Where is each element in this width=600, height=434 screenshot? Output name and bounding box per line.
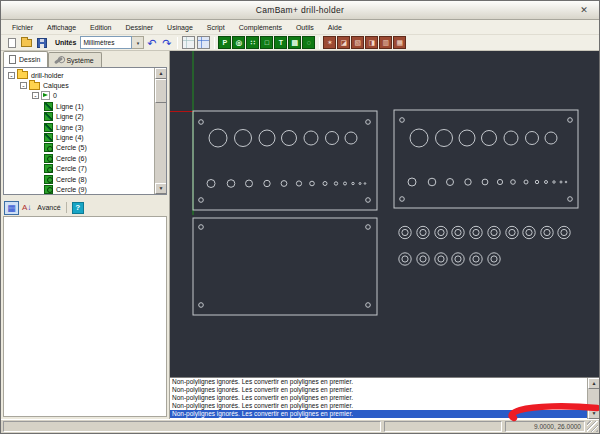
machining-op-3-icon[interactable]: ▧ <box>351 36 364 49</box>
menu-item-fichier[interactable]: Fichier <box>5 22 40 33</box>
tree-item-ligne-4-[interactable]: Ligne (4) <box>4 132 166 142</box>
washer-outer[interactable] <box>506 226 518 238</box>
categorized-view-button[interactable]: ▦ <box>4 201 19 215</box>
save-file-button[interactable] <box>34 36 49 50</box>
menu-item-aide[interactable]: Aide <box>321 22 349 33</box>
drill-hole-large[interactable] <box>410 129 428 147</box>
undo-button[interactable]: ↶ <box>144 36 159 50</box>
machining-op-5-icon[interactable]: ▥ <box>379 36 392 49</box>
tree-item-cercle-9-[interactable]: Cercle (9) <box>4 184 166 194</box>
log-line[interactable]: Non-polylignes ignorés. Les convertir en… <box>170 378 587 386</box>
washer-inner[interactable] <box>491 229 497 235</box>
machining-op-2-icon[interactable]: ◪ <box>337 36 350 49</box>
menu-item-dessiner[interactable]: Dessiner <box>118 22 160 33</box>
tree-item-cercle-6-[interactable]: Cercle (6) <box>4 153 166 163</box>
corner-hole[interactable] <box>199 120 204 125</box>
drill-hole-small[interactable] <box>364 183 366 185</box>
circle-icon[interactable]: ◎ <box>232 36 245 49</box>
tree-item-calques[interactable]: -Calques <box>4 80 166 90</box>
tab-dessin[interactable]: Dessin <box>3 51 48 67</box>
tree-item-0[interactable]: -0 <box>4 91 166 101</box>
washer-inner[interactable] <box>561 229 567 235</box>
drill-hole-small[interactable] <box>428 178 436 186</box>
drill-hole-small[interactable] <box>310 181 315 186</box>
drill-hole-large[interactable] <box>304 131 318 145</box>
washer-inner[interactable] <box>402 229 408 235</box>
washer-inner[interactable] <box>420 229 426 235</box>
grid-display-button[interactable] <box>196 36 211 50</box>
drill-hole-small[interactable] <box>207 180 215 188</box>
drill-hole-large[interactable] <box>259 130 275 146</box>
washer-inner[interactable] <box>438 229 444 235</box>
scroll-up-icon[interactable]: ▲ <box>155 68 167 79</box>
washer-outer[interactable] <box>541 226 553 238</box>
machining-op-6-icon[interactable]: ▦ <box>393 36 406 49</box>
close-icon[interactable]: ✕ <box>578 4 590 16</box>
washer-outer[interactable] <box>435 226 447 238</box>
drill-hole-large[interactable] <box>345 132 357 144</box>
washer-outer[interactable] <box>470 253 482 265</box>
drill-hole-large[interactable] <box>526 132 539 145</box>
washer-outer[interactable] <box>470 226 482 238</box>
machining-op-1-icon[interactable]: ✶ <box>323 36 336 49</box>
corner-hole[interactable] <box>366 303 371 308</box>
scroll-thumb[interactable] <box>155 79 167 103</box>
point-list-icon[interactable]: ∷ <box>246 36 259 49</box>
drill-hole-small[interactable] <box>535 180 538 183</box>
washer-inner[interactable] <box>420 256 426 262</box>
drill-hole-small[interactable] <box>334 182 337 185</box>
corner-hole[interactable] <box>366 225 371 230</box>
drill-hole-small[interactable] <box>497 179 502 184</box>
collapse-icon[interactable]: - <box>8 72 15 79</box>
drill-hole-large[interactable] <box>436 130 453 147</box>
tree-item-ligne-1-[interactable]: Ligne (1) <box>4 101 166 111</box>
corner-hole[interactable] <box>366 120 371 125</box>
drill-hole-small[interactable] <box>482 179 488 185</box>
drill-hole-small[interactable] <box>565 181 567 183</box>
grid-snap-button[interactable] <box>181 36 196 50</box>
washer-inner[interactable] <box>544 229 550 235</box>
tree-scrollbar[interactable]: ▲ ▼ <box>154 68 166 194</box>
menu-item-compléments[interactable]: Compléments <box>232 22 289 33</box>
corner-hole[interactable] <box>366 198 371 203</box>
drill-hole-small[interactable] <box>359 183 361 185</box>
log-line[interactable]: Non-polylignes ignorés. Les convertir en… <box>170 410 587 418</box>
menu-item-edition[interactable]: Edition <box>83 22 118 33</box>
washer-outer[interactable] <box>488 253 500 265</box>
scroll-down-icon[interactable]: ▼ <box>588 408 599 419</box>
log-line[interactable]: Non-polylignes ignorés. Les convertir en… <box>170 402 587 410</box>
drill-hole-small[interactable] <box>264 180 270 186</box>
washer-outer[interactable] <box>452 253 464 265</box>
drill-hole-small[interactable] <box>524 180 528 184</box>
corner-hole[interactable] <box>400 118 405 123</box>
drill-hole-large[interactable] <box>482 131 497 146</box>
drill-hole-small[interactable] <box>296 181 301 186</box>
drill-hole-small[interactable] <box>560 181 562 183</box>
corner-hole[interactable] <box>199 303 204 308</box>
drill-hole-small[interactable] <box>352 182 354 184</box>
log-line[interactable]: Non-polylignes ignorés. Les convertir en… <box>170 386 587 394</box>
drill-hole-small[interactable] <box>227 180 235 188</box>
washer-inner[interactable] <box>473 229 479 235</box>
washer-outer[interactable] <box>558 226 570 238</box>
tree-item-ligne-3-[interactable]: Ligne (3) <box>4 122 166 132</box>
arc-icon[interactable]: ◌ <box>302 36 315 49</box>
log-line[interactable]: Non-polylignes ignorés. Les convertir en… <box>170 394 587 402</box>
drill-hole-small[interactable] <box>447 179 454 186</box>
redo-button[interactable]: ↷ <box>159 36 174 50</box>
washer-outer[interactable] <box>452 226 464 238</box>
washer-outer[interactable] <box>488 226 500 238</box>
chevron-down-icon[interactable]: ▾ <box>132 36 144 49</box>
washer-inner[interactable] <box>455 229 461 235</box>
washer-inner[interactable] <box>491 256 497 262</box>
collapse-icon[interactable]: - <box>20 82 27 89</box>
drill-hole-small[interactable] <box>281 181 287 187</box>
menu-item-outils[interactable]: Outils <box>289 22 321 33</box>
drill-hole-small[interactable] <box>545 181 548 184</box>
tree-item-cercle-8-[interactable]: Cercle (8) <box>4 174 166 184</box>
plate-outline[interactable] <box>193 111 377 210</box>
tree-item-cercle-5-[interactable]: Cercle (5) <box>4 143 166 153</box>
menu-item-script[interactable]: Script <box>200 22 232 33</box>
tree-item-cercle-7-[interactable]: Cercle (7) <box>4 164 166 174</box>
menu-item-affichage[interactable]: Affichage <box>40 22 83 33</box>
